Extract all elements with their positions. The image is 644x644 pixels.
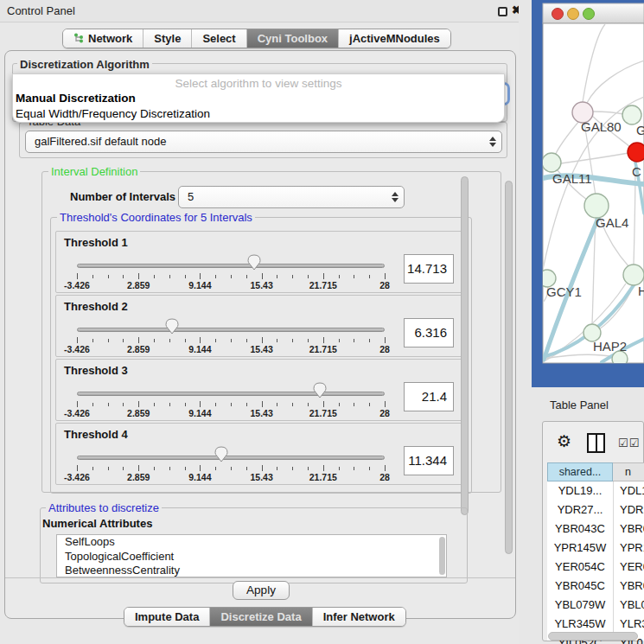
table-row[interactable]: YDR27...YDR2 [547,501,644,520]
algorithm-option[interactable]: Equal Width/Frequency Discretization [16,107,210,120]
threshold-box-2: Threshold 2-3.4262.8599.14415.4321.71528… [55,295,463,357]
tick-mark [215,467,216,470]
tab-jactivemnodules[interactable]: jActiveMNodules [339,29,450,48]
tick-mark [369,339,370,342]
threshold-slider-thumb[interactable] [165,318,179,335]
table-row[interactable]: YPR145WYPR1 [547,539,644,558]
minimize-traffic-light[interactable] [568,9,579,20]
cell-shared-name: YBL079W [547,596,613,615]
tick-label: 28 [379,472,390,482]
tick-mark [277,467,277,470]
tick-mark [385,401,386,407]
tick-mark [339,339,340,342]
bottom-tab-bar: Impute DataDiscretize DataInfer Network [124,607,406,627]
number-of-intervals-combobox[interactable]: 5 [178,186,405,208]
node-label-C: C [632,164,641,179]
table-row[interactable]: YBR045CYBR0 [547,577,644,596]
algorithm-option[interactable]: Manual Discretization [16,92,136,105]
tab-discretize-data[interactable]: Discretize Data [210,608,312,626]
node-label-GCY1: GCY1 [546,284,582,299]
cell-shared-name: YBR043C [547,520,613,539]
threshold-slider-thumb[interactable] [313,382,327,399]
column-header-shared-name[interactable]: shared... [547,462,613,481]
tick-mark [385,465,386,471]
tick-mark [77,465,78,471]
tick-mark [123,467,124,470]
tab-select[interactable]: Select [192,29,246,48]
threshold-slider-track[interactable] [77,456,385,460]
tab-impute-data[interactable]: Impute Data [124,608,210,626]
threshold-slider-thumb[interactable] [247,254,261,271]
tick-label: 9.144 [188,280,211,290]
node-label-GAL80: GAL80 [581,119,622,134]
tick-mark [154,339,155,342]
red-node[interactable] [628,143,644,162]
tab-label: Select [202,32,235,45]
close-traffic-light[interactable] [552,9,564,20]
threshold-value-field[interactable]: 21.4 [404,382,454,411]
tick-mark [339,275,340,278]
outer-vertical-scrollbar-thumb[interactable] [505,181,513,554]
cell-shared-name: YPR145W [547,539,613,558]
attribute-list-item[interactable]: TopologicalCoefficient [57,550,446,564]
tab-infer-network[interactable]: Infer Network [313,608,405,626]
GAL11-node[interactable] [542,153,561,172]
tick-mark [169,275,170,278]
columns-icon[interactable] [587,433,605,453]
table-row[interactable]: YER054CYER0 [547,558,644,577]
combo-spinner-icon [489,137,495,147]
tick-mark [369,403,370,406]
threshold-slider-thumb[interactable] [214,446,228,462]
threshold-box-1: Threshold 1-3.4262.8599.14415.4321.71528… [55,231,463,293]
attribute-list-item[interactable]: BetweennessCentrality [57,564,446,577]
GAL4-node[interactable] [584,194,609,218]
threshold-slider-track[interactable] [77,392,385,396]
tab-label: Style [154,32,181,45]
tick-mark [154,403,155,406]
tick-mark [262,273,263,279]
tick-mark [231,467,232,470]
tab-network[interactable]: Network [63,29,143,48]
table-row[interactable]: YLR345WYLR3 [547,615,644,634]
number-of-intervals-value: 5 [188,190,194,203]
table-data-combobox[interactable]: galFiltered.sif default node [25,131,502,153]
threshold-value-field[interactable]: 14.713 [404,254,454,284]
tick-mark [308,467,309,470]
threshold-value-field[interactable]: 6.316 [404,318,454,348]
right-mid-node[interactable] [623,265,644,285]
threshold-box-4: Threshold 4-3.4262.8599.14415.4321.71528… [55,423,463,485]
tick-mark [308,275,309,278]
cell-shared-name: YER054C [547,558,613,577]
table-row[interactable]: YBL079WYBL0 [547,596,644,615]
tick-mark [262,337,263,343]
numerical-attributes-list[interactable]: SelfLoopsTopologicalCoefficientBetweenne… [56,534,447,577]
apply-button[interactable]: Apply [233,581,290,600]
gear-icon[interactable]: ⚙ [557,431,571,451]
inner-vertical-scrollbar-thumb[interactable] [461,176,469,515]
network-tab-icon [73,31,84,42]
tick-label: 2.859 [127,344,150,354]
zoom-traffic-light[interactable] [583,9,595,20]
checkbox-icons[interactable]: ☑☑ [618,437,640,450]
cyni-toolbox-pane: Discretization Algorithm Select algorith… [4,50,516,619]
network-view-window[interactable]: GAL80GACGAL11GAL4GCY1HHAP2 [532,0,644,387]
top-right-node[interactable] [622,105,641,124]
list-scrollbar-thumb[interactable] [439,537,445,575]
network-canvas[interactable] [543,23,644,363]
threshold-slider-track[interactable] [77,328,385,332]
threshold-label: Threshold 4 [64,428,128,441]
threshold-slider-track[interactable] [77,264,385,268]
threshold-value-field[interactable]: 11.344 [404,446,454,475]
column-header-name[interactable]: n [613,462,644,481]
tick-label: 9.144 [188,408,211,418]
tab-style[interactable]: Style [143,29,192,48]
table-row[interactable]: YDL19...YDL1 [547,481,644,501]
tick-label: 21.715 [309,408,337,418]
tick-mark [292,467,293,470]
tab-cyni-toolbox[interactable]: Cyni Toolbox [247,29,339,48]
table-row[interactable]: YBR043CYBR0 [547,520,644,539]
tick-mark [292,275,293,278]
attribute-list-item[interactable]: SelfLoops [57,535,446,550]
horizontal-scrollbar-thumb[interactable] [548,632,638,641]
float-window-icon[interactable] [498,7,507,16]
